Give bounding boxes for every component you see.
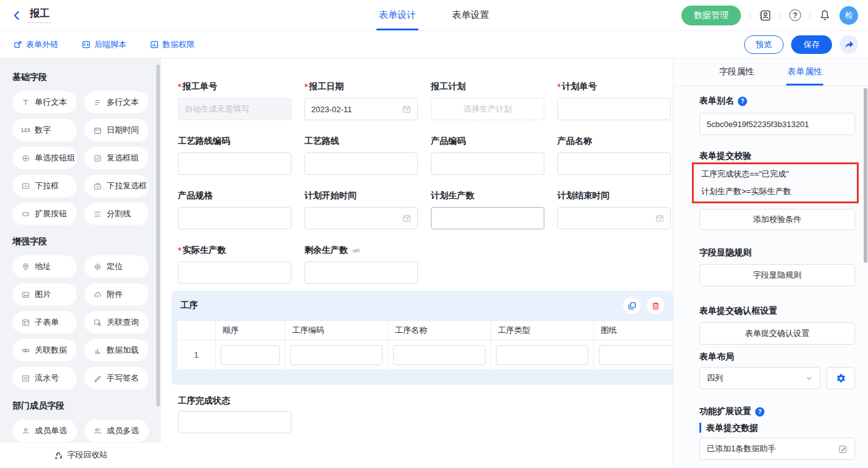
field-recycle-bin[interactable]: 字段回收站 (0, 443, 161, 467)
field-product-code[interactable]: 产品编码 (431, 135, 544, 175)
plan-no-input[interactable] (557, 98, 671, 120)
panel-scrollbar[interactable] (864, 88, 867, 263)
edit-icon[interactable] (838, 444, 848, 454)
required-marker: * (178, 82, 181, 92)
field-type-radio-group[interactable]: 单选按钮组 (12, 147, 77, 169)
share-button[interactable] (839, 35, 858, 54)
field-process-status[interactable]: 工序完成状态 (178, 395, 291, 433)
actual-qty-input[interactable] (178, 262, 291, 284)
tab-form-design[interactable]: 表单设计 (379, 0, 416, 30)
data-permission-icon (150, 40, 159, 49)
field-plan-no[interactable]: *计划单号 (557, 81, 671, 120)
form-title[interactable]: 报工 (29, 7, 51, 23)
field-type-extend-button[interactable]: 扩展按钮 (12, 203, 77, 225)
report-date-input[interactable]: 2023-02-11 (304, 98, 418, 120)
field-report-plan[interactable]: 报工计划 选择生产计划 (431, 81, 544, 120)
data-permission-button[interactable]: 数据权限 (150, 39, 195, 50)
field-type-subform[interactable]: 子表单 (12, 311, 77, 333)
field-type-dropdown[interactable]: 下拉框 (12, 175, 77, 197)
process-status-input[interactable] (178, 411, 291, 433)
product-code-input[interactable] (431, 152, 544, 175)
order-cell-input[interactable] (221, 345, 280, 365)
save-button[interactable]: 保存 (791, 35, 832, 54)
subform-process[interactable]: 工序 顺序 工序编码 工序名称 工序类型 (172, 291, 673, 385)
field-type-single-line-text[interactable]: 单行文本 (12, 91, 77, 113)
field-route-code[interactable]: 工艺路线编码 (178, 135, 291, 175)
extension-help-icon[interactable]: ? (755, 407, 764, 417)
field-type-linked-data[interactable]: 关联数据 (12, 339, 77, 361)
add-validation-button[interactable]: 添加校验条件 (699, 209, 855, 230)
field-plan-end-time[interactable]: 计划结束时间 (557, 190, 671, 229)
form-layout-title: 表单布局 (699, 351, 855, 363)
data-assistant-box[interactable]: 已添加1条数据助手 (699, 438, 855, 460)
plan-start-time-input[interactable] (304, 207, 418, 229)
plan-end-time-input[interactable] (557, 207, 671, 229)
external-link-button[interactable]: 表单外链 (14, 39, 58, 50)
field-type-signature[interactable]: 手写签名 (84, 367, 149, 389)
tab-field-properties[interactable]: 字段属性 (719, 58, 754, 86)
field-type-dropdown-multi[interactable]: 下拉复选框 (84, 175, 149, 197)
contacts-icon[interactable] (759, 9, 771, 22)
field-plan-start-time[interactable]: 计划开始时间 (304, 190, 418, 229)
product-spec-input[interactable] (178, 207, 291, 229)
route-input[interactable] (304, 152, 418, 175)
field-type-location[interactable]: 定位 (84, 255, 149, 278)
field-report-date[interactable]: *报工日期 2023-02-11 (304, 81, 418, 120)
back-icon[interactable] (11, 10, 22, 21)
visibility-rules-button[interactable]: 字段显隐规则 (699, 264, 855, 286)
report-no-input[interactable]: 自动生成无需填写 (178, 98, 291, 120)
field-route[interactable]: 工艺路线 (304, 135, 418, 175)
layout-select[interactable]: 四列 (699, 367, 820, 389)
field-type-address[interactable]: 地址 (12, 255, 77, 278)
section-title-enhanced-fields: 增强字段 (12, 236, 149, 247)
backend-script-button[interactable]: 后端脚本 (82, 39, 126, 50)
route-code-input[interactable] (178, 152, 291, 175)
field-remaining-qty[interactable]: 剩余生产数 (304, 244, 418, 284)
form-alias-input[interactable]: 5cbc0e919f52235f3b313201 (699, 113, 855, 135)
plan-qty-input[interactable] (431, 207, 544, 229)
field-type-divider[interactable]: 分割线 (84, 203, 149, 225)
field-type-attachment[interactable]: 附件 (84, 283, 149, 306)
alias-help-icon[interactable]: ? (738, 97, 747, 106)
field-type-checkbox-group[interactable]: 复选框组 (84, 147, 149, 169)
process-code-cell-input[interactable] (290, 345, 383, 365)
delete-subform-button[interactable] (647, 297, 664, 314)
field-type-data-load[interactable]: 数据加载 (84, 339, 149, 361)
preview-button[interactable]: 预览 (744, 35, 784, 54)
layout-settings-button[interactable] (826, 367, 855, 389)
field-report-no[interactable]: *报工单号 自动生成无需填写 (178, 81, 291, 120)
eye-off-icon (352, 246, 361, 255)
field-type-multi-line-text[interactable]: 多行文本 (84, 91, 149, 113)
submit-validation-title: 表单提交校验 (699, 150, 855, 162)
process-type-cell-input[interactable] (496, 345, 588, 365)
field-type-number[interactable]: 123 数字 (12, 119, 77, 141)
bell-icon[interactable] (819, 9, 831, 21)
copy-subform-button[interactable] (623, 297, 640, 314)
field-type-linked-query[interactable]: 关联查询 (84, 311, 149, 333)
field-product-spec[interactable]: 产品规格 (178, 190, 291, 229)
row-index: 1 (177, 340, 216, 370)
sidebar-scrollbar[interactable] (156, 64, 160, 407)
validation-rule[interactable]: 工序完成状态=="已完成" (701, 166, 857, 183)
validation-rule[interactable]: 计划生产数>=实际生产数 (701, 183, 857, 200)
tab-form-properties[interactable]: 表单属性 (787, 58, 822, 86)
report-plan-picker[interactable]: 选择生产计划 (431, 98, 544, 120)
product-name-input[interactable] (557, 152, 671, 175)
field-product-name[interactable]: 产品名称 (557, 135, 671, 175)
user-avatar[interactable]: 检 (839, 6, 858, 25)
process-name-cell-input[interactable] (393, 345, 485, 365)
data-manage-button[interactable]: 数据管理 (681, 6, 741, 25)
field-type-datetime[interactable]: 日期时间 (84, 119, 149, 141)
help-icon[interactable]: ? (789, 9, 801, 21)
field-type-serial-number[interactable]: 流水号 (12, 367, 77, 389)
submit-confirm-button[interactable]: 表单提交确认设置 (699, 322, 855, 345)
tab-form-settings[interactable]: 表单设置 (452, 0, 489, 30)
field-plan-qty[interactable]: 计划生产数 (431, 190, 544, 229)
field-type-member-multi[interactable]: 成员多选 (84, 420, 149, 442)
divider (810, 11, 810, 20)
field-actual-qty[interactable]: *实际生产数 (178, 244, 291, 284)
drawing-cell-input[interactable] (599, 345, 673, 365)
field-type-image[interactable]: 图片 (12, 283, 77, 306)
field-type-member-single[interactable]: 成员单选 (12, 420, 77, 442)
remaining-qty-input[interactable] (304, 262, 418, 284)
